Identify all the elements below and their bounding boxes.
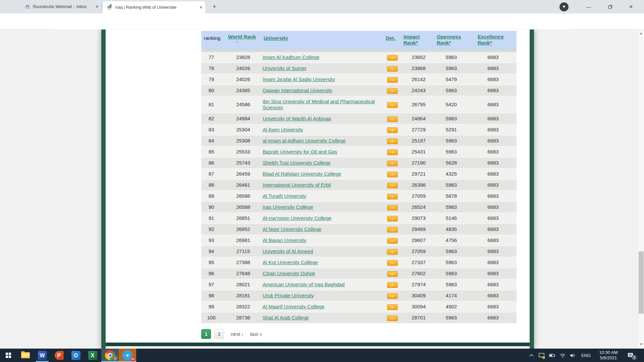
- university-link[interactable]: Al Bayan University: [263, 237, 306, 243]
- pagination-next-link[interactable]: next ›: [231, 331, 244, 337]
- detail-button[interactable]: »: [387, 282, 398, 288]
- column-header-openness-rank[interactable]: Openness Rank*: [428, 31, 470, 50]
- tray-language-indicator[interactable]: ENG: [579, 349, 593, 362]
- detail-button[interactable]: »: [387, 102, 398, 108]
- world-rank-cell: 26852: [221, 226, 259, 232]
- university-link[interactable]: Shat Al Arab College: [263, 315, 309, 320]
- telegram-button-highlighted[interactable]: ➤ 89: [119, 349, 136, 362]
- impact-rank-cell: 27059: [401, 248, 428, 254]
- impact-rank-cell: 25431: [401, 149, 428, 155]
- university-link[interactable]: Al Maarif University College: [263, 304, 324, 309]
- start-button[interactable]: [0, 349, 17, 362]
- university-link[interactable]: Basrah University for Oil and Gas: [263, 149, 337, 155]
- university-link[interactable]: Imam Al Kadhum College: [263, 54, 319, 60]
- university-link[interactable]: Al Noor University College: [263, 226, 321, 232]
- window-restore-button[interactable]: [602, 0, 618, 13]
- tray-volume-icon[interactable]: [568, 349, 577, 362]
- column-header-det[interactable]: Det.: [383, 31, 401, 50]
- detail-button[interactable]: »: [387, 194, 398, 199]
- university-link[interactable]: Sheikh Tusi University College: [263, 160, 331, 166]
- detail-button[interactable]: »: [387, 161, 398, 166]
- detail-button[interactable]: »: [387, 66, 398, 72]
- detail-button[interactable]: »: [387, 271, 398, 277]
- detail-button[interactable]: »: [387, 293, 398, 299]
- detail-button[interactable]: »: [387, 304, 398, 310]
- word-button[interactable]: W: [34, 349, 51, 362]
- university-link[interactable]: University of Warith Al Anbiyaa: [263, 116, 331, 121]
- tray-battery-icon[interactable]: [547, 349, 557, 362]
- university-link[interactable]: Iraq University College: [263, 204, 313, 210]
- detail-button[interactable]: »: [387, 260, 398, 266]
- detail-button[interactable]: »: [387, 183, 398, 188]
- detail-button[interactable]: »: [387, 77, 398, 83]
- column-header-world-rank[interactable]: World Rank ▲: [221, 31, 259, 50]
- tray-chevron-up-icon[interactable]: [527, 349, 536, 362]
- excel-button[interactable]: X: [84, 349, 101, 362]
- university-link[interactable]: Imam Ja'afar Al Sadiq University: [263, 76, 335, 82]
- tray-clock[interactable]: 10:30 AM 5/6/2021: [594, 349, 623, 362]
- detail-button[interactable]: »: [387, 55, 398, 61]
- ranking-cell: 89: [201, 193, 221, 199]
- scroll-up-icon[interactable]: ▲: [638, 32, 644, 35]
- detail-button[interactable]: »: [387, 172, 398, 177]
- university-link[interactable]: Qaiwan International University: [263, 87, 332, 93]
- column-header-excellence-rank[interactable]: Excellence Rank*: [470, 31, 517, 50]
- tray-device-icon[interactable]: [537, 349, 546, 362]
- detail-button[interactable]: »: [387, 315, 398, 321]
- close-tab-icon[interactable]: ✕: [93, 4, 101, 9]
- university-link[interactable]: Cihan University Duhok: [263, 270, 315, 276]
- scroll-down-icon[interactable]: ▼: [638, 343, 644, 346]
- university-link[interactable]: al-Imam al-Adham University College: [263, 138, 346, 143]
- openness-rank-cell: 5963: [428, 259, 470, 265]
- outlook-button[interactable]: O: [67, 349, 84, 362]
- university-cell: Bilad Al Rafidain University College: [259, 169, 383, 179]
- detail-button[interactable]: »: [387, 216, 398, 222]
- university-link[interactable]: University of Sumer: [263, 65, 307, 71]
- table-row: 8325304Al Ayen University»2772952916683: [201, 124, 517, 135]
- column-header-impact-rank[interactable]: Impact Rank*: [401, 31, 428, 50]
- new-tab-button[interactable]: +: [210, 3, 219, 11]
- pagination-last-link[interactable]: last »: [250, 331, 262, 337]
- window-close-button[interactable]: ✕: [623, 0, 639, 13]
- detail-button[interactable]: »: [387, 249, 398, 255]
- university-link[interactable]: Bilad Al Rafidain University College: [263, 171, 341, 177]
- university-link[interactable]: American University of Iraq Baghdad: [263, 282, 344, 287]
- detail-button[interactable]: »: [387, 227, 398, 233]
- pagination-page-2[interactable]: 2: [214, 329, 224, 339]
- university-link[interactable]: University of Al Ameed: [263, 248, 313, 254]
- detail-button[interactable]: »: [387, 205, 398, 210]
- chrome-button-active[interactable]: غ: [101, 349, 119, 362]
- detail-button[interactable]: »: [387, 116, 398, 122]
- world-rank-cell: 26459: [221, 171, 259, 177]
- university-link[interactable]: Al-ma’moon University College: [263, 215, 331, 221]
- det-cell: »: [383, 149, 401, 155]
- ranking-cell: 91: [201, 215, 221, 221]
- powerpoint-button[interactable]: P: [51, 349, 67, 362]
- detail-button[interactable]: »: [387, 149, 398, 155]
- tab-webometrics-iraq[interactable]: WEB Iraq | Ranking Web of Universitie ✕: [103, 1, 205, 13]
- column-header-university[interactable]: University: [259, 31, 383, 50]
- detail-button[interactable]: »: [387, 238, 398, 244]
- university-link[interactable]: Uruk Private University: [263, 293, 314, 298]
- university-link[interactable]: Al Turath University: [263, 193, 306, 199]
- det-cell: »: [383, 116, 401, 122]
- file-explorer-button[interactable]: [17, 349, 34, 362]
- detail-button[interactable]: »: [387, 88, 398, 94]
- window-minimize-button[interactable]: —: [581, 0, 596, 13]
- university-link[interactable]: Al Kut University College: [263, 259, 318, 265]
- detail-button[interactable]: »: [387, 138, 398, 144]
- university-link[interactable]: Al Ayen University: [263, 127, 303, 132]
- university-link[interactable]: Ibn Sina University of Medical and Pharm…: [263, 99, 375, 110]
- tray-wifi-icon[interactable]: [558, 349, 567, 362]
- impact-rank-cell: 28701: [401, 315, 428, 321]
- pagination-page-1-current[interactable]: 1: [201, 329, 211, 339]
- heart-icon[interactable]: ♥: [559, 2, 569, 11]
- close-tab-icon[interactable]: ✕: [197, 5, 205, 10]
- action-center-button[interactable]: 3: [624, 349, 637, 362]
- tab-roundcube-webmail[interactable]: Roundcube Webmail :: Inbox ✕: [25, 1, 101, 12]
- page-scrollbar[interactable]: ▲ ▼: [638, 29, 644, 349]
- detail-button[interactable]: »: [387, 127, 398, 133]
- university-link[interactable]: International University of Erbil: [263, 182, 331, 188]
- scrollbar-thumb[interactable]: [639, 251, 644, 314]
- university-cell: Al Turath University: [259, 191, 383, 201]
